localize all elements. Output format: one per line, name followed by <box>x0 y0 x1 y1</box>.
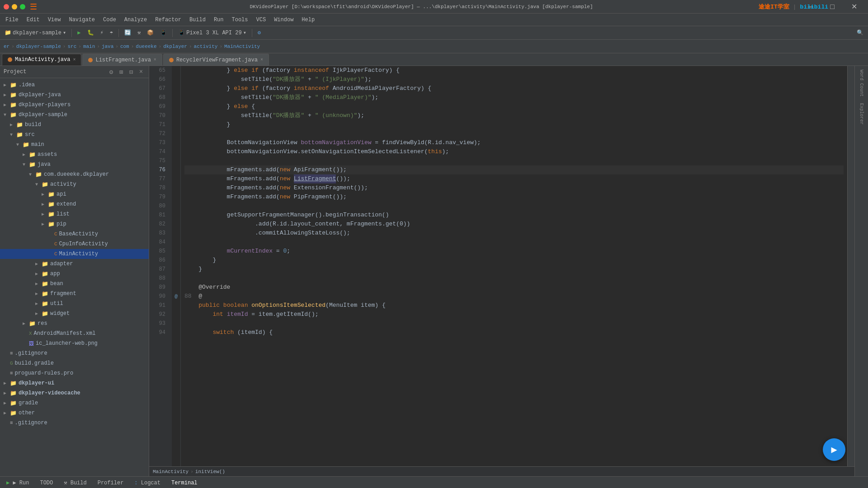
explorer-panel[interactable]: Explorer <box>856 100 868 127</box>
tree-dkplayer-videocache[interactable]: ▶ 📁 dkplayer-videocache <box>0 388 149 398</box>
debug-button[interactable]: 🐛 <box>85 28 97 37</box>
tree-extend[interactable]: ▶ 📁 extend <box>0 199 149 209</box>
tree-other[interactable]: ▶ 📁 other <box>0 408 149 418</box>
close-button[interactable]: ✕ <box>844 0 864 14</box>
sidebar-settings-icon[interactable]: ⚙ <box>107 68 115 76</box>
tree-list[interactable]: ▶ 📁 list <box>0 209 149 219</box>
tree-mainactivity[interactable]: C MainActivity <box>0 249 149 259</box>
tree-androidmanifest[interactable]: X AndroidManifest.xml <box>0 328 149 338</box>
tree-arrow: ▼ <box>23 162 29 167</box>
tree-gitignore2[interactable]: ≡ .gitignore <box>0 418 149 428</box>
line-number: 86 <box>149 256 168 265</box>
tab-recyclerview[interactable]: RecyclerViewFragment.java × <box>163 54 269 66</box>
gutter-line <box>172 220 180 229</box>
tree-fragment[interactable]: ▶ 📁 fragment <box>0 289 149 299</box>
menu-navigate[interactable]: Navigate <box>65 16 99 24</box>
todo-tab[interactable]: TODO <box>37 479 56 487</box>
menu-window[interactable]: Window <box>270 16 297 24</box>
sidebar-close-icon[interactable]: × <box>137 68 145 76</box>
avd-button[interactable]: 📱 <box>157 28 170 37</box>
breadcrumb-main[interactable]: main <box>83 44 95 49</box>
breadcrumb-er[interactable]: er <box>4 44 9 49</box>
tree-src[interactable]: ▼ 📁 src <box>0 130 149 140</box>
profile-button[interactable]: ⚡ <box>98 28 106 37</box>
breadcrumb-dkplayer-sample[interactable]: dkplayer-sample <box>16 44 61 49</box>
breadcrumb-java[interactable]: java <box>102 44 113 49</box>
menu-edit[interactable]: Edit <box>23 16 43 24</box>
code-line-80 <box>184 202 844 211</box>
sidebar-collapse-icon[interactable]: ⊟ <box>127 68 135 76</box>
tree-idea[interactable]: ▶ 📁 .idea <box>0 80 149 90</box>
tab-listfragment[interactable]: ListFragment.java × <box>82 54 162 66</box>
word-count-panel[interactable]: Word Count <box>856 70 868 97</box>
build-tab[interactable]: ⚒ Build <box>61 479 89 487</box>
project-tree[interactable]: ▶ 📁 .idea ▶ 📁 dkplayer-java ▶ 📁 dkplayer… <box>0 78 149 476</box>
menu-vcs[interactable]: VCS <box>253 16 270 24</box>
tree-package[interactable]: ▼ 📁 com.dueeeke.dkplayer <box>0 169 149 179</box>
build-button[interactable]: ⚒ <box>135 28 143 37</box>
breadcrumb-com[interactable]: com <box>120 44 129 49</box>
menu-file[interactable]: File <box>2 16 22 24</box>
breadcrumb-activity[interactable]: activity <box>194 44 218 49</box>
menu-view[interactable]: View <box>44 16 65 24</box>
menu-analyze[interactable]: Analyze <box>121 16 151 24</box>
tab-close-recyclerview[interactable]: × <box>260 57 263 62</box>
tree-api[interactable]: ▶ 📁 api <box>0 189 149 199</box>
terminal-tab[interactable]: Terminal <box>169 479 200 487</box>
profiler-tab[interactable]: Profiler <box>95 479 127 487</box>
notification-bubble[interactable]: ▶ <box>823 438 845 461</box>
tree-java[interactable]: ▼ 📁 java <box>0 160 149 169</box>
tree-app[interactable]: ▶ 📁 app <box>0 269 149 279</box>
sync-button[interactable]: 🔄 <box>122 28 134 37</box>
sidebar-expand-icon[interactable]: ⊞ <box>117 68 125 76</box>
tree-util[interactable]: ▶ 📁 util <box>0 299 149 309</box>
tree-adapter[interactable]: ▶ 📁 adapter <box>0 259 149 269</box>
tab-close-mainactivity[interactable]: × <box>73 57 75 62</box>
tree-gitignore1[interactable]: ≡ .gitignore <box>0 348 149 358</box>
breadcrumb-dkplayer[interactable]: dkplayer <box>163 44 187 49</box>
tree-dkplayer-sample[interactable]: ▼ 📁 dkplayer-sample <box>0 110 149 120</box>
tree-dkplayer-players[interactable]: ▶ 📁 dkplayer-players <box>0 100 149 110</box>
menu-tools[interactable]: Tools <box>228 16 252 24</box>
menu-build[interactable]: Build <box>186 16 209 24</box>
code-line-86: } <box>184 256 844 265</box>
tree-ic-launcher[interactable]: 🖼 ic_launcher-web.png <box>0 338 149 348</box>
tree-dkplayer-java[interactable]: ▶ 📁 dkplayer-java <box>0 90 149 100</box>
tree-build-gradle[interactable]: G build.gradle <box>0 358 149 368</box>
tab-close-listfragment[interactable]: × <box>154 57 156 62</box>
coverage-button[interactable]: ☂ <box>107 28 116 37</box>
tree-activity[interactable]: ▼ 📁 activity <box>0 179 149 189</box>
menu-code[interactable]: Code <box>99 16 120 24</box>
logcat-tab[interactable]: : Logcat <box>132 479 163 487</box>
tree-pip[interactable]: ▶ 📁 pip <box>0 219 149 229</box>
tree-widget[interactable]: ▶ 📁 widget <box>0 309 149 319</box>
menu-run[interactable]: Run <box>210 16 227 24</box>
menu-refactor[interactable]: Refactor <box>151 16 185 24</box>
breadcrumb-dueeeke[interactable]: dueeeke <box>136 44 156 49</box>
device-selector[interactable]: 📱 Pixel 3 XL API 29 ▾ <box>175 28 249 37</box>
tree-bean[interactable]: ▶ 📁 bean <box>0 279 149 289</box>
sdk-manager-button[interactable]: 📦 <box>144 28 156 37</box>
scrollbar-panel[interactable] <box>847 66 854 466</box>
settings-button[interactable]: ⚙ <box>255 28 264 37</box>
tree-baseactivity[interactable]: C BaseActivity <box>0 229 149 239</box>
run-button[interactable]: ▶ <box>75 28 83 37</box>
line-number: 93 <box>149 319 168 328</box>
tree-cpuinfoactivity[interactable]: C CpuInfoActivity <box>0 239 149 249</box>
tree-main[interactable]: ▼ 📁 main <box>0 140 149 150</box>
tree-gradle[interactable]: ▶ 📁 gradle <box>0 398 149 408</box>
tree-res[interactable]: ▶ 📁 res <box>0 319 149 328</box>
search-everywhere-button[interactable]: 🔍 <box>854 28 866 37</box>
code-container[interactable]: 65 66 67 68 69 70 71 72 73 74 75 76 77 7… <box>149 66 854 466</box>
run-tab[interactable]: ▶ ▶ Run <box>4 479 32 487</box>
menu-help[interactable]: Help <box>298 16 318 24</box>
tab-mainactivity[interactable]: MainActivity.java × <box>2 54 81 66</box>
breadcrumb-mainactivity[interactable]: MainActivity <box>224 44 260 49</box>
tree-proguard[interactable]: ≡ proguard-rules.pro <box>0 368 149 378</box>
breadcrumb-src[interactable]: src <box>67 44 76 49</box>
tree-dkplayer-ui[interactable]: ▶ 📁 dkplayer-ui <box>0 378 149 388</box>
tree-assets[interactable]: ▶ 📁 assets <box>0 150 149 160</box>
project-selector[interactable]: 📁 dkplayer-sample ▾ <box>2 28 69 37</box>
tree-build[interactable]: ▶ 📁 build <box>0 120 149 130</box>
code-editor[interactable]: } else if (factory instanceof IjkPlayerF… <box>181 66 847 466</box>
